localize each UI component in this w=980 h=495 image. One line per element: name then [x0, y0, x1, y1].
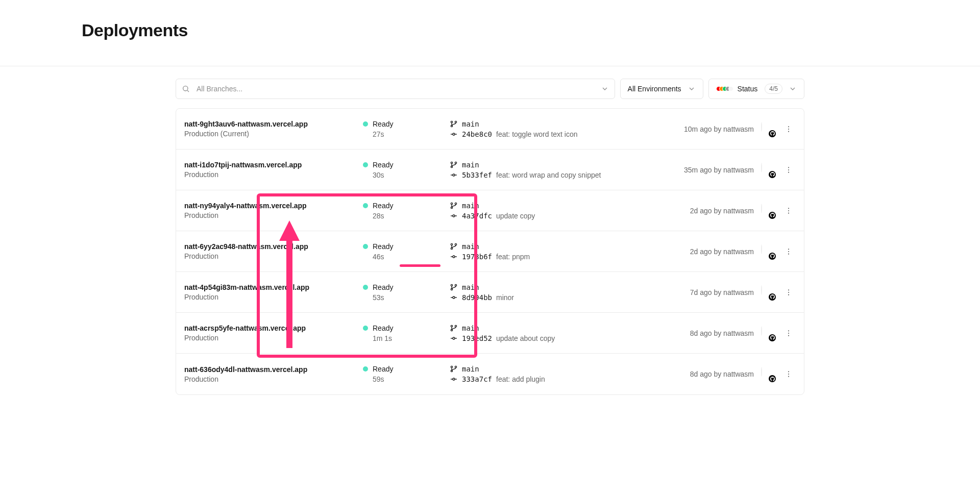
svg-point-40 [455, 284, 456, 286]
author-avatar[interactable] [761, 122, 774, 136]
status-select[interactable]: Status 4/5 [708, 79, 804, 99]
deployment-row[interactable]: natt-i1do7tpij-nattwasm.vercel.app Produ… [176, 150, 804, 190]
chevron-down-icon [789, 85, 797, 93]
author-avatar[interactable] [761, 245, 774, 258]
git-branch-line[interactable]: main [450, 161, 684, 169]
deployment-env: Production [184, 170, 363, 179]
deployment-duration: 27s [363, 130, 450, 138]
deployment-meta-col: 10m ago by nattwasm [684, 122, 796, 136]
author-avatar[interactable] [761, 286, 774, 299]
git-commit-line[interactable]: 8d994bb minor [450, 293, 690, 302]
deployment-url[interactable]: natt-acrsp5yfe-nattwasm.vercel.app [184, 324, 363, 332]
deployment-ago: 2d ago by nattwasm [690, 247, 754, 256]
status-text: Ready [373, 324, 393, 332]
deployment-url[interactable]: natt-6yy2ac948-nattwasm.vercel.app [184, 242, 363, 251]
git-branch-line[interactable]: main [450, 120, 684, 128]
deployment-git-col: main 193ed52 update about copy [450, 324, 690, 342]
svg-point-18 [788, 169, 789, 170]
search-icon [182, 85, 190, 93]
git-branch-line[interactable]: main [450, 202, 690, 210]
git-commit-line[interactable]: 24be8c0 feat: toggle word text icon [450, 130, 684, 138]
git-branch-icon [450, 242, 458, 251]
deployment-row[interactable]: natt-6yy2ac948-nattwasm.vercel.app Produ… [176, 231, 804, 272]
deployment-git-col: main 4a37dfc update copy [450, 202, 690, 220]
deployment-status: Ready [363, 365, 450, 373]
git-branch-icon [450, 283, 458, 291]
git-commit-line[interactable]: 4a37dfc update copy [450, 212, 690, 220]
author-avatar[interactable] [761, 327, 774, 340]
avatar-icon [761, 285, 762, 295]
more-actions-button[interactable] [781, 285, 796, 300]
svg-point-0 [183, 86, 188, 91]
git-branch-name: main [462, 242, 479, 251]
svg-point-14 [453, 174, 455, 176]
svg-point-32 [453, 256, 455, 258]
svg-point-28 [788, 212, 789, 213]
git-commit-line[interactable]: 193ed52 update about copy [450, 334, 690, 342]
git-sha: 5b33fef [462, 171, 492, 179]
environments-label: All Environments [628, 85, 681, 93]
svg-point-56 [451, 366, 452, 367]
author-avatar[interactable] [761, 163, 774, 177]
deployment-url[interactable]: natt-ny94yaly4-nattwasm.vercel.app [184, 202, 363, 210]
svg-point-47 [451, 325, 452, 327]
svg-point-38 [451, 284, 452, 286]
more-actions-button[interactable] [781, 122, 796, 136]
git-commit-line[interactable]: 5b33fef feat: word wrap and copy snippet [450, 171, 684, 179]
svg-point-44 [788, 289, 789, 290]
deployment-ago: 7d ago by nattwasm [690, 288, 754, 296]
deployment-row[interactable]: natt-acrsp5yfe-nattwasm.vercel.app Produ… [176, 313, 804, 354]
more-actions-button[interactable] [781, 163, 796, 177]
git-branch-name: main [462, 324, 479, 332]
deployment-url[interactable]: natt-9ght3auv6-nattwasm.vercel.app [184, 120, 363, 128]
git-commit-line[interactable]: 333a7cf feat: add plugin [450, 375, 690, 383]
deployment-url-col: natt-acrsp5yfe-nattwasm.vercel.app Produ… [184, 324, 363, 342]
git-commit-line[interactable]: 1978b6f feat: pnpm [450, 253, 690, 261]
git-branch-line[interactable]: main [450, 324, 690, 332]
git-branch-name: main [462, 202, 479, 210]
deployment-row[interactable]: natt-ny94yaly4-nattwasm.vercel.app Produ… [176, 190, 804, 231]
status-label: Status [738, 85, 758, 93]
branch-search-input[interactable] [176, 79, 615, 99]
status-dot-icon [363, 121, 368, 127]
svg-point-46 [788, 294, 789, 295]
deployment-git-col: main 1978b6f feat: pnpm [450, 242, 690, 261]
git-sha: 8d994bb [462, 293, 492, 302]
git-branch-line[interactable]: main [450, 365, 690, 373]
more-actions-button[interactable] [781, 367, 796, 381]
git-branch-line[interactable]: main [450, 242, 690, 251]
deployment-env: Production [184, 252, 363, 260]
svg-point-45 [788, 291, 789, 292]
deployment-url-col: natt-ny94yaly4-nattwasm.vercel.app Produ… [184, 202, 363, 219]
more-actions-button[interactable] [781, 204, 796, 218]
author-avatar[interactable] [761, 204, 774, 217]
deployment-status-col: Ready 59s [363, 365, 450, 383]
deployment-meta-col: 2d ago by nattwasm [690, 204, 796, 218]
environments-select[interactable]: All Environments [620, 79, 703, 99]
svg-point-63 [788, 374, 789, 375]
deployment-url[interactable]: natt-636ody4dl-nattwasm.vercel.app [184, 365, 363, 374]
svg-point-13 [455, 162, 456, 163]
git-branch-line[interactable]: main [450, 283, 690, 291]
more-actions-button[interactable] [781, 244, 796, 259]
deployment-row[interactable]: natt-9ght3auv6-nattwasm.vercel.app Produ… [176, 109, 804, 150]
branch-search-wrap [176, 79, 615, 99]
deployment-status-col: Ready 30s [363, 161, 450, 179]
svg-point-8 [788, 126, 789, 127]
deployment-ago: 2d ago by nattwasm [690, 207, 754, 215]
status-dot-icon [363, 203, 368, 208]
status-text: Ready [373, 120, 393, 128]
author-avatar[interactable] [761, 367, 774, 381]
deployment-url[interactable]: natt-i1do7tpij-nattwasm.vercel.app [184, 161, 363, 169]
deployment-row[interactable]: natt-4p54gi83m-nattwasm.vercel.app Produ… [176, 272, 804, 313]
deployment-url[interactable]: natt-4p54gi83m-nattwasm.vercel.app [184, 283, 363, 291]
deployment-row[interactable]: natt-636ody4dl-nattwasm.vercel.app Produ… [176, 354, 804, 394]
git-commit-message: feat: pnpm [496, 253, 530, 261]
status-dot-icon [363, 244, 368, 249]
more-actions-button[interactable] [781, 326, 796, 340]
deployment-url-col: natt-9ght3auv6-nattwasm.vercel.app Produ… [184, 120, 363, 138]
deployment-status: Ready [363, 324, 450, 332]
github-badge-icon [769, 171, 776, 178]
avatar-icon [761, 163, 762, 172]
annotation-arrow [274, 220, 305, 348]
